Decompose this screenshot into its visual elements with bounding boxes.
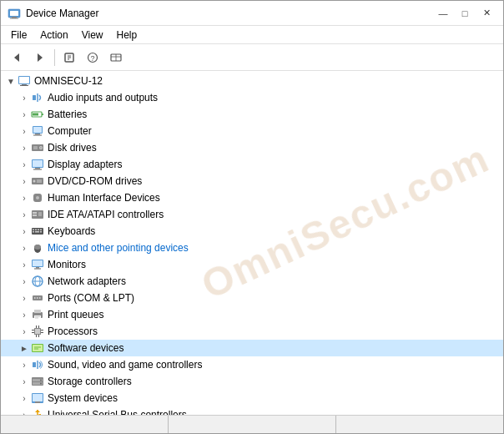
svg-rect-42 [33, 214, 37, 216]
storage-icon [31, 375, 44, 388]
svg-rect-93 [35, 401, 40, 403]
expander-ide[interactable]: › [18, 208, 31, 221]
svg-point-54 [34, 245, 41, 250]
toolbar-separator-1 [54, 49, 55, 66]
svg-rect-16 [19, 77, 29, 83]
svg-rect-76 [38, 335, 39, 337]
list-item[interactable]: › Processors [1, 323, 503, 340]
svg-rect-22 [42, 114, 43, 115]
svg-rect-19 [33, 95, 36, 100]
ide-label: IDE ATA/ATAPI controllers [48, 209, 164, 220]
svg-rect-80 [41, 332, 43, 333]
root-node[interactable]: ▼ OMNISECU-12 [1, 73, 503, 89]
expander-sound[interactable]: › [18, 358, 31, 371]
system-icon [31, 391, 44, 405]
menu-file[interactable]: File [4, 28, 33, 43]
status-pane-3 [336, 416, 503, 433]
expander-mice[interactable]: › [18, 241, 31, 255]
svg-rect-46 [35, 230, 37, 231]
list-item[interactable]: › Mice and other pointing devices [1, 240, 503, 256]
computer-icon [18, 74, 31, 88]
close-button[interactable]: ✕ [476, 5, 496, 22]
svg-rect-73 [36, 326, 37, 328]
list-item[interactable]: › Human Interface Devices [1, 189, 503, 206]
pc-icon [31, 124, 44, 138]
display-icon [31, 158, 44, 171]
svg-rect-3 [10, 18, 18, 18]
menu-action[interactable]: Action [33, 28, 74, 43]
title-bar: Device Manager — □ ✕ [1, 1, 503, 26]
root-label: OMNISECU-12 [34, 75, 103, 87]
list-item[interactable]: › Universal Serial Bus controllers [1, 406, 503, 415]
expander-software[interactable]: ► [18, 341, 31, 355]
expander-hid[interactable]: › [18, 191, 31, 204]
audio-icon [31, 91, 44, 104]
svg-rect-57 [36, 267, 39, 269]
expander-display[interactable]: › [18, 158, 31, 171]
list-item[interactable]: › Sound, video and game controllers [1, 356, 503, 373]
properties-button[interactable] [58, 48, 80, 68]
maximize-button[interactable]: □ [455, 5, 475, 22]
monitor-icon [31, 258, 44, 271]
svg-rect-41 [33, 212, 37, 214]
list-item[interactable]: › Keyboards [1, 223, 503, 240]
list-item[interactable]: › Monitors [1, 256, 503, 273]
expander-storage[interactable]: › [18, 375, 31, 388]
list-item[interactable]: ► Software devices [1, 340, 503, 356]
expander-keyboard[interactable]: › [18, 225, 31, 238]
expander-disk[interactable]: › [18, 141, 31, 154]
list-item[interactable]: › Print queues [1, 306, 503, 323]
svg-rect-75 [36, 335, 37, 337]
expander-audio[interactable]: › [18, 91, 31, 104]
expander-print[interactable]: › [18, 308, 31, 321]
list-item[interactable]: › Computer [1, 123, 503, 139]
list-item[interactable]: › System devices [1, 390, 503, 406]
usb-label: Universal Serial Bus controllers [48, 409, 187, 415]
menu-view[interactable]: View [75, 28, 110, 43]
list-item[interactable]: › Disk drives [1, 139, 503, 156]
list-item[interactable]: › Storage controllers [1, 373, 503, 390]
computer-label: Computer [48, 125, 92, 137]
list-item[interactable]: › Ports (COM & LPT) [1, 290, 503, 306]
hid-icon [31, 191, 44, 204]
list-item[interactable]: › DVD/CD-ROM drives [1, 173, 503, 189]
svg-rect-85 [33, 362, 36, 367]
monitors-label: Monitors [48, 259, 86, 270]
ports-icon [31, 291, 44, 305]
expander-usb[interactable]: › [18, 408, 31, 415]
svg-point-39 [36, 196, 39, 199]
software-label: Software devices [48, 342, 123, 354]
help-button[interactable]: ? [82, 48, 103, 68]
list-item[interactable]: › Display adapters [1, 156, 503, 173]
forward-button[interactable] [29, 48, 51, 68]
keyboard-icon [31, 225, 44, 238]
svg-rect-34 [33, 169, 42, 170]
back-button[interactable] [6, 48, 28, 68]
root-expander[interactable]: ▼ [4, 74, 18, 88]
svg-rect-63 [34, 297, 36, 299]
expander-monitors[interactable]: › [18, 258, 31, 271]
window-controls: — □ ✕ [433, 5, 496, 22]
expander-ports[interactable]: › [18, 291, 31, 305]
svg-rect-32 [33, 160, 43, 167]
list-item[interactable]: › Network adapters [1, 273, 503, 290]
expander-dvd[interactable]: › [18, 174, 31, 188]
svg-rect-77 [32, 330, 34, 331]
svg-rect-45 [33, 230, 34, 231]
list-item[interactable]: › IDE ATA/ATAPI controllers [1, 206, 503, 223]
list-item[interactable]: › Batteries [1, 106, 503, 123]
minimize-button[interactable]: — [433, 5, 453, 22]
expander-proc[interactable]: › [18, 325, 31, 338]
expander-computer[interactable]: › [18, 124, 31, 138]
scan-button[interactable] [105, 48, 127, 68]
dvd-label: DVD/CD-ROM drives [48, 175, 142, 187]
expander-system[interactable]: › [18, 391, 31, 405]
list-item[interactable]: › Audio inputs and outputs [1, 89, 503, 106]
expander-network[interactable]: › [18, 275, 31, 288]
menu-help[interactable]: Help [110, 28, 144, 43]
svg-rect-18 [20, 85, 28, 86]
expander-batteries[interactable]: › [18, 108, 31, 121]
device-tree[interactable]: ▼ OMNISECU-12 › Audio inputs and out [1, 71, 503, 415]
svg-rect-21 [33, 114, 38, 116]
svg-point-29 [40, 147, 42, 149]
